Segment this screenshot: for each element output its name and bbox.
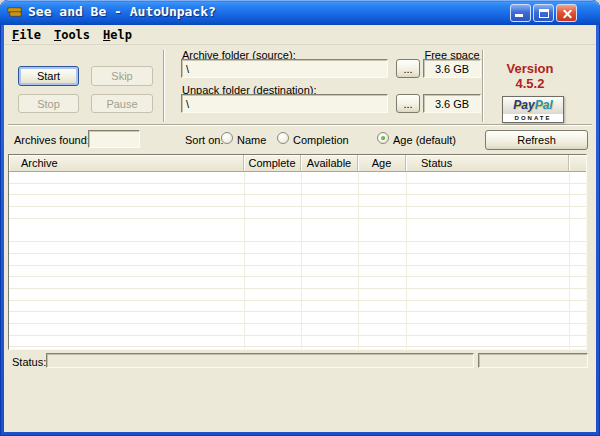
column-gridline	[569, 172, 570, 349]
source-folder-input[interactable]: \	[181, 59, 388, 78]
titlebar[interactable]: See and Be - AutoUnpack?	[0, 0, 600, 25]
version-number: 4.5.2	[488, 76, 572, 91]
archives-found-label: Archives found:	[14, 134, 90, 146]
menu-item-help[interactable]: Help	[103, 28, 132, 42]
maximize-button[interactable]	[533, 4, 554, 22]
radio-sort-name[interactable]	[221, 132, 233, 144]
refresh-button[interactable]: Refresh	[485, 130, 588, 150]
minimize-icon	[515, 14, 523, 17]
column-header-age[interactable]: Age	[358, 155, 406, 171]
pause-button[interactable]: Pause	[91, 94, 153, 113]
column-gridline	[244, 172, 245, 349]
radio-sort-age[interactable]	[377, 132, 389, 144]
paypal-donate-button[interactable]: PayPal DONATE	[502, 96, 564, 123]
column-header-archive[interactable]: Archive	[9, 155, 244, 171]
column-gridline	[406, 172, 407, 349]
skip-button[interactable]: Skip	[91, 66, 153, 86]
minimize-button[interactable]	[510, 4, 531, 22]
menu-bar: File Tools Help	[4, 25, 596, 45]
maximize-icon	[539, 9, 549, 18]
column-header-complete[interactable]: Complete	[244, 155, 301, 171]
archives-found-value	[88, 130, 140, 148]
start-button[interactable]: Start	[18, 66, 79, 86]
table-body[interactable]	[9, 172, 586, 349]
app-window: See and Be - AutoUnpack? File Tools Help…	[0, 0, 600, 436]
menu-item-tools[interactable]: Tools	[54, 28, 90, 42]
radio-sort-completion[interactable]	[277, 132, 289, 144]
column-gridline	[358, 172, 359, 349]
radio-sort-age-label[interactable]: Age (default)	[393, 134, 456, 146]
separator-horizontal	[8, 124, 592, 126]
stop-button[interactable]: Stop	[18, 94, 79, 113]
sort-on-label: Sort on:	[185, 134, 224, 146]
column-gridline	[301, 172, 302, 349]
column-header-filler	[569, 155, 586, 171]
close-button[interactable]	[556, 4, 577, 22]
status-field-main	[46, 353, 474, 368]
source-free-space-value: 3.6 GB	[423, 59, 481, 78]
menu-item-file[interactable]: File	[12, 28, 41, 42]
dest-browse-button[interactable]: ...	[396, 94, 420, 113]
app-icon	[7, 5, 23, 21]
column-header-status[interactable]: Status	[406, 155, 569, 171]
status-label: Status:	[12, 356, 46, 368]
paypal-logo: PayPal	[503, 97, 563, 114]
separator-vertical-left	[163, 50, 165, 122]
source-browse-button[interactable]: ...	[396, 59, 420, 78]
dest-folder-input[interactable]: \	[181, 94, 388, 113]
version-word: Version	[488, 61, 572, 76]
paypal-donate-label: DONATE	[503, 114, 563, 123]
column-header-available[interactable]: Available	[301, 155, 358, 171]
status-field-secondary	[478, 353, 588, 368]
radio-sort-name-label[interactable]: Name	[237, 134, 266, 146]
separator-vertical-right	[482, 50, 484, 122]
radio-sort-completion-label[interactable]: Completion	[293, 134, 349, 146]
dest-free-space-value: 3.6 GB	[423, 94, 481, 113]
version-text: Version 4.5.2	[488, 61, 572, 91]
archives-table: Archive Complete Available Age Status	[8, 154, 587, 350]
table-header: Archive Complete Available Age Status	[9, 155, 586, 172]
window-title: See and Be - AutoUnpack?	[28, 4, 216, 19]
